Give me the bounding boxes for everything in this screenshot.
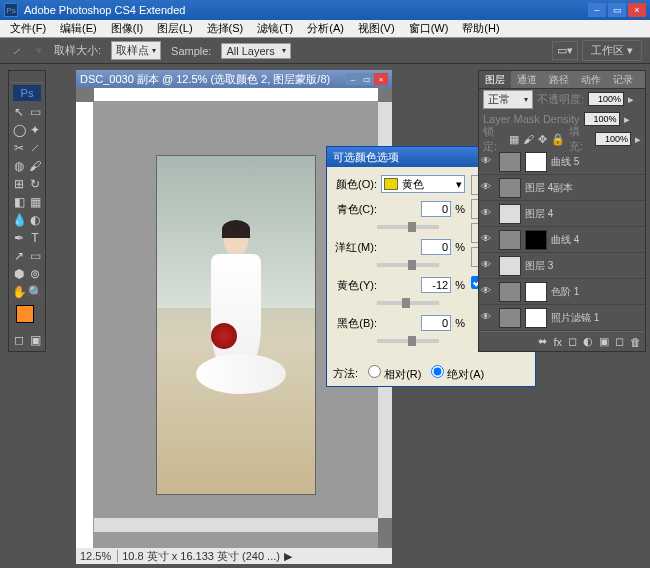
layer-thumb[interactable] xyxy=(499,308,521,328)
cyan-input[interactable] xyxy=(421,201,451,217)
doc-close-button[interactable]: × xyxy=(374,73,388,85)
maximize-button[interactable]: ▭ xyxy=(608,3,626,17)
layer-mask-thumb[interactable] xyxy=(525,282,547,302)
layer-thumb[interactable] xyxy=(499,204,521,224)
layer-thumb[interactable] xyxy=(499,178,521,198)
3d-tool[interactable]: ⬢ xyxy=(11,265,27,283)
foreground-color[interactable] xyxy=(16,305,34,323)
path-tool[interactable]: ↗ xyxy=(11,247,27,265)
fill-arrow-icon[interactable]: ▸ xyxy=(635,133,641,146)
mask-arrow-icon[interactable]: ▸ xyxy=(624,113,630,126)
visibility-icon[interactable]: 👁 xyxy=(481,259,495,273)
layer-mask-icon[interactable]: ◻ xyxy=(568,335,577,348)
tab-actions[interactable]: 动作 xyxy=(575,71,607,88)
layer-item[interactable]: 👁曲线 5 xyxy=(479,149,645,175)
layer-item[interactable]: 👁图层 3 xyxy=(479,253,645,279)
layer-item[interactable]: 👁照片滤镜 1 xyxy=(479,305,645,331)
delete-layer-icon[interactable]: 🗑 xyxy=(630,336,641,348)
menu-help[interactable]: 帮助(H) xyxy=(456,19,505,38)
lock-all-icon[interactable]: 🔒 xyxy=(551,133,565,146)
absolute-radio[interactable] xyxy=(431,365,444,378)
tab-history[interactable]: 记录 xyxy=(607,71,639,88)
blend-mode-select[interactable]: 正常 xyxy=(483,90,533,109)
layer-mask-thumb[interactable] xyxy=(525,230,547,250)
gradient-tool[interactable]: ▦ xyxy=(27,193,43,211)
layer-style-icon[interactable]: fx xyxy=(553,336,562,348)
lock-pixels-icon[interactable]: 🖌 xyxy=(523,133,534,145)
yellow-input[interactable] xyxy=(421,277,451,293)
menu-layer[interactable]: 图层(L) xyxy=(151,19,198,38)
history-brush-tool[interactable]: ↻ xyxy=(27,175,43,193)
menu-edit[interactable]: 编辑(E) xyxy=(54,19,103,38)
color-dropdown[interactable]: 黄色 ▾ xyxy=(381,175,465,193)
tab-layers[interactable]: 图层 xyxy=(479,71,511,88)
relative-radio[interactable] xyxy=(368,365,381,378)
wand-tool[interactable]: ✦ xyxy=(27,121,43,139)
layer-mask-thumb[interactable] xyxy=(525,152,547,172)
adjustment-layer-icon[interactable]: ◐ xyxy=(583,335,593,348)
layer-thumb[interactable] xyxy=(499,282,521,302)
new-layer-icon[interactable]: ◻ xyxy=(615,335,624,348)
dodge-tool[interactable]: ◐ xyxy=(27,211,43,229)
visibility-icon[interactable]: 👁 xyxy=(481,181,495,195)
menu-image[interactable]: 图像(I) xyxy=(105,19,149,38)
stamp-tool[interactable]: ⊞ xyxy=(11,175,27,193)
visibility-icon[interactable]: 👁 xyxy=(481,207,495,221)
layer-item[interactable]: 👁色阶 1 xyxy=(479,279,645,305)
crop-tool[interactable]: ✂ xyxy=(11,139,27,157)
black-slider[interactable] xyxy=(377,339,439,343)
link-layers-icon[interactable]: ⬌ xyxy=(538,335,547,348)
scrollbar-horizontal[interactable] xyxy=(94,518,378,532)
marquee-tool[interactable]: ▭ xyxy=(27,103,43,121)
status-arrow-icon[interactable]: ▶ xyxy=(284,550,292,563)
3d-camera-tool[interactable]: ⊚ xyxy=(27,265,43,283)
color-swatches[interactable] xyxy=(16,305,38,327)
visibility-icon[interactable]: 👁 xyxy=(481,155,495,169)
menu-filter[interactable]: 滤镜(T) xyxy=(251,19,299,38)
minimize-button[interactable]: – xyxy=(588,3,606,17)
menu-window[interactable]: 窗口(W) xyxy=(403,19,455,38)
workspace-select[interactable]: 工作区 ▾ xyxy=(582,40,642,61)
magenta-slider[interactable] xyxy=(377,263,439,267)
close-button[interactable]: × xyxy=(628,3,646,17)
doc-minimize-button[interactable]: – xyxy=(346,73,360,85)
black-input[interactable] xyxy=(421,315,451,331)
blur-tool[interactable]: 💧 xyxy=(11,211,27,229)
zoom-level[interactable]: 12.5% xyxy=(80,550,118,562)
layer-item[interactable]: 👁曲线 4 xyxy=(479,227,645,253)
toolbox-handle[interactable] xyxy=(11,73,43,83)
move-tool[interactable]: ↖ xyxy=(11,103,27,121)
hand-tool[interactable]: ✋ xyxy=(11,283,27,301)
screen-mode-tool[interactable]: ▣ xyxy=(27,331,43,349)
document-titlebar[interactable]: DSC_0030 副本 @ 12.5% (选取颜色 2, 图层蒙版/8) – ▭… xyxy=(76,70,392,88)
quick-mask-button[interactable]: ◻ xyxy=(11,331,27,349)
layer-thumb[interactable] xyxy=(499,152,521,172)
opacity-arrow-icon[interactable]: ▸ xyxy=(628,93,634,106)
opacity-input[interactable] xyxy=(588,92,624,106)
menu-analysis[interactable]: 分析(A) xyxy=(301,19,350,38)
zoom-tool[interactable]: 🔍 xyxy=(27,283,43,301)
visibility-icon[interactable]: 👁 xyxy=(481,233,495,247)
lock-transparent-icon[interactable]: ▦ xyxy=(509,133,519,146)
shape-tool[interactable]: ▭ xyxy=(27,247,43,265)
brush-tool[interactable]: 🖌 xyxy=(27,157,43,175)
cyan-slider[interactable] xyxy=(377,225,439,229)
absolute-radio-label[interactable]: 绝对(A) xyxy=(431,365,484,382)
menu-select[interactable]: 选择(S) xyxy=(201,19,250,38)
sample-size-select[interactable]: 取样点 xyxy=(111,41,161,60)
tab-channels[interactable]: 通道 xyxy=(511,71,543,88)
layer-mask-thumb[interactable] xyxy=(525,308,547,328)
sample-layers-select[interactable]: All Layers xyxy=(221,43,291,59)
layer-thumb[interactable] xyxy=(499,256,521,276)
screen-mode-button[interactable]: ▭▾ xyxy=(552,41,578,60)
eraser-tool[interactable]: ◧ xyxy=(11,193,27,211)
lock-position-icon[interactable]: ✥ xyxy=(538,133,547,146)
tab-paths[interactable]: 路径 xyxy=(543,71,575,88)
menu-file[interactable]: 文件(F) xyxy=(4,19,52,38)
type-tool[interactable]: T xyxy=(27,229,43,247)
visibility-icon[interactable]: 👁 xyxy=(481,311,495,325)
relative-radio-label[interactable]: 相对(R) xyxy=(368,365,421,382)
doc-maximize-button[interactable]: ▭ xyxy=(360,73,374,85)
menu-view[interactable]: 视图(V) xyxy=(352,19,401,38)
lasso-tool[interactable]: ◯ xyxy=(11,121,27,139)
